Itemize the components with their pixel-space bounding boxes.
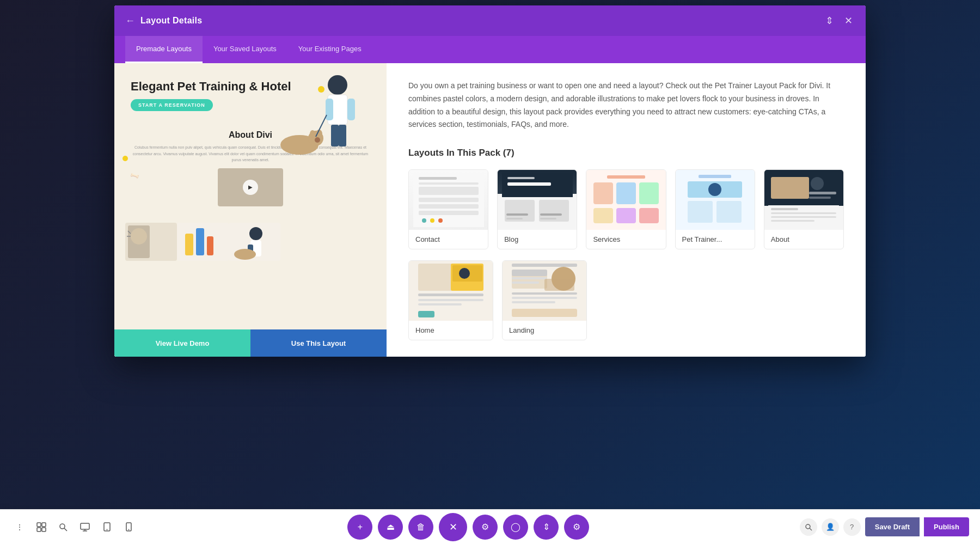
add-section-button[interactable]: + <box>347 515 372 540</box>
preview-hero-button[interactable]: START A RESERVATION <box>131 99 213 111</box>
code-button[interactable]: ⇕ <box>534 515 559 540</box>
svg-rect-83 <box>512 270 547 276</box>
svg-rect-54 <box>639 208 659 223</box>
layout-thumb-services <box>586 170 665 230</box>
svg-point-10 <box>310 130 315 138</box>
description-text: Do you own a pet training business or wa… <box>408 80 844 131</box>
svg-point-36 <box>438 218 443 223</box>
illus-family <box>177 223 229 261</box>
play-button[interactable]: ▶ <box>243 180 258 195</box>
modal-body: Elegant Pet Training & Hotel START A RES… <box>114 63 866 357</box>
history-button[interactable]: ◯ <box>503 515 528 540</box>
home-preview-svg <box>415 261 486 321</box>
layout-card-pet-trainer[interactable]: Pet Trainer... <box>675 169 755 249</box>
svg-rect-2 <box>326 99 333 120</box>
preview-bg: Elegant Pet Training & Hotel START A RES… <box>114 63 387 357</box>
layout-thumb-home <box>409 261 493 321</box>
trash-button[interactable]: 🗑 <box>408 515 433 540</box>
modal-title: Layout Details <box>140 16 203 26</box>
view-live-demo-button[interactable]: View Live Demo <box>114 329 250 357</box>
illus-cat <box>125 223 177 261</box>
svg-rect-53 <box>616 208 636 223</box>
grid-view-icon[interactable] <box>33 518 50 536</box>
preview-panel: Elegant Pet Training & Hotel START A RES… <box>114 63 387 357</box>
power-button[interactable]: ⏏ <box>378 515 403 540</box>
svg-rect-48 <box>607 175 645 179</box>
svg-rect-79 <box>418 311 434 317</box>
use-this-layout-button[interactable]: Use This Layout <box>250 329 387 357</box>
illus-walking <box>229 223 280 261</box>
layout-card-services[interactable]: Services <box>586 169 666 249</box>
svg-point-104 <box>128 529 129 530</box>
svg-point-11 <box>315 137 320 143</box>
svg-rect-43 <box>506 213 528 216</box>
svg-rect-39 <box>507 182 551 186</box>
extra-settings-button[interactable]: ⚙ <box>564 515 589 540</box>
svg-rect-30 <box>419 187 479 195</box>
tab-premade-layouts[interactable]: Premade Layouts <box>125 36 203 63</box>
svg-rect-52 <box>593 208 613 223</box>
svg-rect-84 <box>512 277 547 279</box>
layout-card-home[interactable]: Home <box>408 260 493 340</box>
svg-point-75 <box>459 268 470 279</box>
user-right-button[interactable]: 👤 <box>822 518 839 536</box>
svg-point-23 <box>249 227 262 240</box>
svg-rect-70 <box>771 220 814 222</box>
layout-label-services: Services <box>586 230 665 249</box>
svg-point-6 <box>318 86 324 93</box>
toolbar-right: 👤 ? Save Draft Publish <box>800 517 969 536</box>
toolbar-left: ⋮ <box>11 518 137 536</box>
svg-line-106 <box>810 528 812 530</box>
details-panel[interactable]: Do you own a pet training business or wa… <box>387 63 866 357</box>
back-icon[interactable]: ← <box>125 15 135 27</box>
svg-rect-33 <box>419 211 479 215</box>
layout-label-pet-trainer: Pet Trainer... <box>676 230 755 249</box>
mobile-icon[interactable] <box>120 518 137 536</box>
desktop-icon[interactable] <box>76 518 94 536</box>
svg-rect-76 <box>418 294 483 296</box>
svg-rect-32 <box>419 204 479 209</box>
svg-rect-91 <box>512 309 577 317</box>
save-draft-button[interactable]: Save Draft <box>865 517 920 536</box>
layout-label-home: Home <box>409 321 493 340</box>
tab-existing-pages[interactable]: Your Existing Pages <box>287 36 372 63</box>
svg-point-105 <box>806 524 810 529</box>
layout-thumb-landing <box>503 261 586 321</box>
layout-card-landing[interactable]: Landing <box>502 260 587 340</box>
help-right-button[interactable]: ? <box>843 518 861 536</box>
svg-point-35 <box>430 218 434 223</box>
layout-details-modal: ← Layout Details ⇕ ✕ Premade Layouts You… <box>114 5 866 357</box>
layouts-grid-row2: Home <box>408 260 681 340</box>
about-preview-svg <box>768 173 839 227</box>
search-toolbar-icon[interactable] <box>54 518 72 536</box>
tab-saved-layouts[interactable]: Your Saved Layouts <box>203 36 287 63</box>
tablet-icon[interactable] <box>98 518 115 536</box>
layout-card-contact[interactable]: Contact <box>408 169 488 249</box>
svg-rect-62 <box>771 177 809 199</box>
layout-card-blog[interactable]: Blog <box>497 169 577 249</box>
layouts-heading: Layouts In This Pack (7) <box>408 148 844 158</box>
close-modal-button[interactable]: ✕ <box>842 13 855 29</box>
svg-rect-50 <box>616 182 636 204</box>
search-right-button[interactable] <box>800 518 817 536</box>
svg-rect-5 <box>339 125 346 146</box>
svg-rect-28 <box>419 177 457 180</box>
svg-rect-67 <box>771 208 798 210</box>
layout-label-blog: Blog <box>498 230 577 249</box>
svg-rect-31 <box>419 198 479 202</box>
toolbar-center: + ⏏ 🗑 ✕ ⚙ ◯ ⇕ ⚙ <box>347 513 589 541</box>
services-preview-svg <box>591 173 661 227</box>
layout-card-about[interactable]: About <box>764 169 844 249</box>
svg-rect-65 <box>809 197 831 199</box>
settings-button[interactable]: ⚙ <box>473 515 498 540</box>
menu-icon[interactable]: ⋮ <box>11 518 28 536</box>
close-center-button[interactable]: ✕ <box>439 513 467 541</box>
publish-button[interactable]: Publish <box>924 517 969 536</box>
svg-rect-44 <box>506 218 523 219</box>
blog-preview-svg <box>502 173 573 227</box>
svg-point-0 <box>328 75 347 95</box>
layout-thumb-blog <box>498 170 577 230</box>
svg-rect-21 <box>207 236 213 255</box>
preview-footer: View Live Demo Use This Layout <box>114 329 387 357</box>
sort-icon[interactable]: ⇕ <box>823 13 836 29</box>
